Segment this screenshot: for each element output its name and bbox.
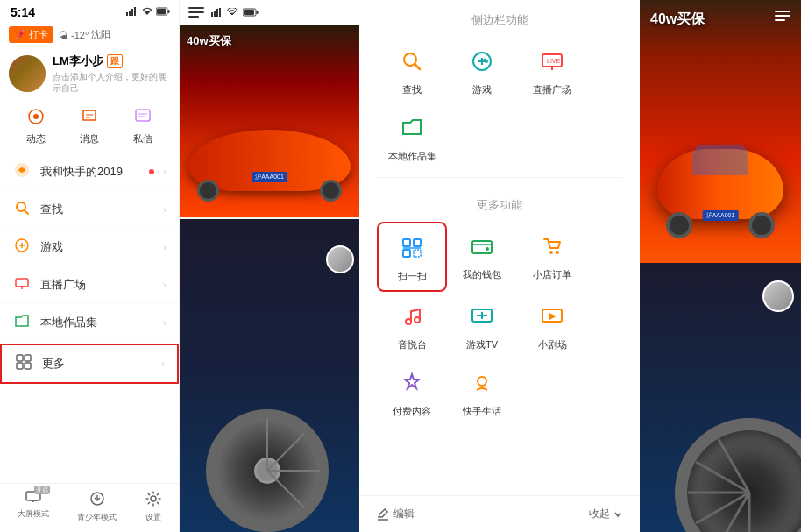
sidebar-panel: 5:14 📌 打卡 🌤 -12° 沈阳 [0,0,180,532]
dm-icon [134,108,152,130]
menu-label-local: 本地作品集 [40,315,154,330]
svg-line-54 [411,309,420,311]
hamburger-top-right[interactable] [775,11,790,21]
battery-icon [156,7,170,18]
svg-rect-44 [414,239,421,246]
top-bar: 📌 打卡 🌤 -12° 沈阳 [0,23,179,46]
menu-item-more[interactable]: 更多 › [0,344,179,384]
feature-games[interactable]: 游戏 [447,37,517,103]
footer-collapse-button[interactable]: 收起 [589,507,622,521]
punch-button[interactable]: 📌 打卡 [9,26,53,43]
menu-item-games[interactable]: 游戏 › [0,229,179,266]
svg-rect-30 [219,8,221,17]
hamburger-menu[interactable] [188,7,204,18]
svg-rect-20 [25,363,31,369]
svg-point-26 [151,496,156,501]
svg-rect-18 [25,355,31,361]
battery-bar-icon [243,8,259,17]
feature-live-icon: LIVE [535,44,570,79]
feed2-wheel-left [666,212,692,238]
svg-rect-46 [414,250,421,257]
feed2-wheel-large [675,418,801,532]
feature-live[interactable]: LIVE 直播广场 [517,37,587,103]
quick-action-dm[interactable]: 私信 [133,108,152,145]
feature-gametv-icon [464,299,500,334]
bigscreen-badge: 开启 [34,486,50,494]
live-arrow: › [163,280,167,290]
feature-paid[interactable]: 付费内容 [377,358,447,425]
spoke-3 [267,470,320,472]
youth-icon [89,491,105,510]
menu-item-local[interactable]: 本地作品集 › [0,304,179,342]
feature-scan[interactable]: 扫一扫 [377,222,447,292]
follow-button[interactable]: 跟 [107,54,123,68]
feature-search-icon [394,44,429,79]
live-icon [12,275,32,294]
svg-rect-14 [16,279,28,287]
search-arrow: › [163,204,167,215]
svg-rect-0 [126,12,128,16]
feature-scan-icon [394,231,429,266]
status-bar: 5:14 [0,0,179,23]
feed-images: 40w买保 沪AAA001 [180,25,359,532]
feature-search-label: 查找 [402,83,422,96]
svg-rect-28 [214,11,216,17]
user-section[interactable]: LM李小步 跟 点击添加个人介绍，更好的展示自己 [0,46,179,101]
feature-search[interactable]: 查找 [377,37,447,103]
feature-life[interactable]: 快手生活 [447,358,517,425]
weather-city: 沈阳 [91,28,110,41]
feature-drama-label: 小剧场 [538,338,567,351]
feature-shop[interactable]: 小店订单 [517,222,587,292]
svg-rect-1 [129,11,131,16]
feature-music[interactable]: 音悦台 [377,292,447,358]
spoke-2 [266,433,305,472]
quick-action-dynamic[interactable]: 动态 [26,108,46,145]
user-name-row: LM李小步 跟 [53,53,170,69]
message-label: 消息 [80,132,99,145]
feed-header [180,0,359,25]
menu-label-games: 游戏 [40,239,154,255]
svg-rect-9 [136,110,150,121]
user-description: 点击添加个人介绍，更好的展示自己 [53,71,170,94]
car-plate: 沪AAA001 [252,172,287,182]
feature-drama[interactable]: 小剧场 [517,292,587,358]
menu-item-my2019[interactable]: 我和快手的2019 › [0,153,179,191]
feature-paid-label: 付费内容 [393,405,431,418]
svg-text:LIVE: LIVE [547,58,561,64]
my2019-dot [149,169,154,174]
feature-gametv[interactable]: 游戏TV [447,292,517,358]
feed2-right-avatar [762,280,794,312]
menu-label-live: 直播广场 [40,277,154,293]
bottom-item-youth[interactable]: 青少年模式 [77,491,117,523]
my2019-icon [12,162,32,181]
feed-right-avatar [326,245,354,273]
feature-live-label: 直播广场 [533,83,571,96]
bigscreen-label: 大屏模式 [18,508,49,520]
menu-item-live[interactable]: 直播广场 › [0,266,179,304]
feature-games-label: 游戏 [472,83,492,96]
feature-shop-label: 小店订单 [533,268,571,281]
more-features-grid: 扫一扫 我的钱包 小店订单 音悦台 游戏TV [359,222,640,425]
menu-label-search: 查找 [40,202,154,217]
menu-item-search[interactable]: 查找 › [0,191,179,229]
feature-wallet[interactable]: 我的钱包 [447,222,517,292]
my2019-arrow: › [163,167,167,177]
spoke-d [688,492,749,494]
price-overlay: 40w买保 [187,33,231,49]
feature-local[interactable]: 本地作品集 [377,103,447,170]
section-divider-1 [377,177,622,178]
quick-actions: 动态 消息 私信 [0,101,179,153]
feed2-plate: 沪AAA001 [703,210,739,221]
bottom-item-bigscreen[interactable]: 开启 大屏模式 [18,491,49,523]
weather-temp: -12° [71,30,89,40]
feature-games-icon [464,44,500,79]
car-wheel-left [197,180,219,202]
dm-label: 私信 [133,132,152,145]
weather-icon: 🌤 [59,30,68,40]
quick-action-message[interactable]: 消息 [80,108,99,145]
footer-edit-button[interactable]: 编辑 [377,507,415,521]
bottom-item-settings[interactable]: 设置 [145,491,161,523]
settings-icon [145,491,161,510]
menu-list: 我和快手的2019 › 查找 › 游戏 › 直播广场 › [0,153,179,483]
user-avatar [9,55,46,92]
